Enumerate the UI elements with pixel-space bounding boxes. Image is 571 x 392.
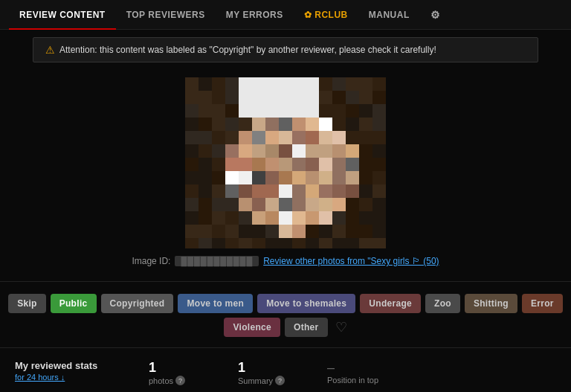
zoo-button[interactable]: Zoo — [425, 294, 460, 313]
attention-text: Attention: this content was labeled as "… — [59, 45, 436, 55]
nav-review-content[interactable]: REVIEW CONTENT — [9, 0, 116, 30]
nav-settings[interactable]: ⚙ — [420, 0, 451, 30]
move-to-shemales-button[interactable]: Move to shemales — [257, 294, 355, 313]
copyrighted-button[interactable]: Copyrighted — [101, 294, 174, 313]
summary-info-icon[interactable]: ? — [275, 376, 285, 385]
image-info: Image ID: ███████████ Review other photo… — [132, 256, 439, 266]
shitting-button[interactable]: Shitting — [465, 294, 517, 313]
image-id-label: Image ID: — [132, 256, 170, 266]
move-to-men-button[interactable]: Move to men — [178, 294, 253, 313]
stats-position-col: – Position in top — [327, 360, 416, 385]
violence-button[interactable]: Violence — [224, 318, 280, 337]
stats-period-link[interactable]: for 24 hours ↓ — [15, 373, 149, 382]
warning-icon: ⚠ — [45, 44, 55, 56]
position-label: Position in top — [327, 376, 378, 385]
summary-count: 1 — [238, 360, 245, 376]
navigation: REVIEW CONTENT TOP REVIEWERS MY ERRORS ✿… — [0, 0, 571, 30]
summary-label: Summary ? — [238, 376, 285, 385]
favorite-icon[interactable]: ♡ — [335, 319, 347, 335]
other-button[interactable]: Other — [285, 318, 328, 337]
attention-banner: ⚠ Attention: this content was labeled as… — [33, 37, 538, 62]
error-button[interactable]: Error — [522, 294, 563, 313]
stats-title: My reviewed stats — [15, 360, 149, 371]
position-count: – — [327, 360, 335, 376]
gear-icon: ⚙ — [430, 9, 441, 21]
stats-area: My reviewed stats for 24 hours ↓ 1 photo… — [0, 348, 571, 392]
flower-icon: ✿ — [304, 10, 312, 20]
photos-count: 1 — [149, 360, 156, 376]
photos-info-icon[interactable]: ? — [175, 376, 185, 385]
photos-label: photos ? — [149, 376, 185, 385]
image-id-value: ███████████ — [175, 256, 259, 266]
action-bar: Skip Public Copyrighted Move to men Move… — [0, 281, 571, 348]
underage-button[interactable]: Underage — [360, 294, 421, 313]
stats-summary-col: 1 Summary ? — [238, 360, 327, 385]
stats-title-col: My reviewed stats for 24 hours ↓ — [15, 360, 149, 382]
review-album-link[interactable]: Review other photos from "Sexy girls 🏳 (… — [263, 256, 439, 266]
nav-my-errors[interactable]: MY ERRORS — [216, 0, 294, 30]
nav-manual[interactable]: MANUAL — [358, 0, 420, 30]
image-area: Image ID: ███████████ Review other photo… — [0, 70, 571, 281]
public-button[interactable]: Public — [51, 294, 97, 313]
skip-button[interactable]: Skip — [8, 294, 46, 313]
review-image — [185, 77, 386, 248]
nav-top-reviewers[interactable]: TOP REVIEWERS — [116, 0, 216, 30]
nav-rclub[interactable]: ✿ RCLUB — [294, 0, 358, 30]
stats-photos-col: 1 photos ? — [149, 360, 238, 385]
